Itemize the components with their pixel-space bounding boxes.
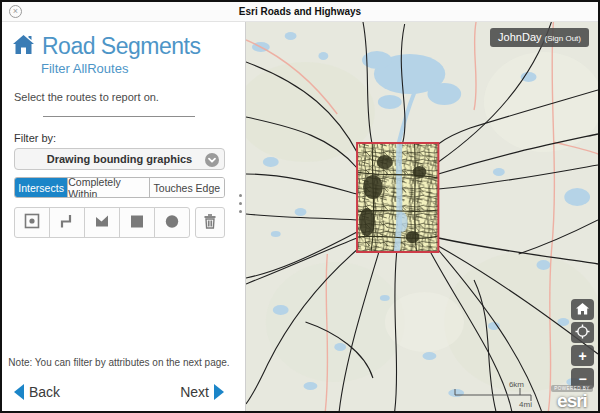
point-icon — [23, 212, 41, 234]
rectangle-icon — [128, 212, 146, 234]
next-arrow-icon — [214, 384, 224, 400]
title-bar: × Esri Roads and Highways — [2, 2, 598, 22]
filter-panel: Road Segments Filter AllRoutes Select th… — [2, 22, 236, 411]
zoom-in-button[interactable]: + — [571, 345, 594, 366]
sign-out-label: (Sign Out) — [545, 34, 581, 43]
draw-point-button[interactable] — [14, 207, 50, 238]
chevron-down-icon — [205, 153, 219, 167]
home-extent-button[interactable] — [571, 299, 594, 320]
wizard-footer: Back Next — [14, 384, 224, 400]
draw-polyline-button[interactable] — [49, 207, 85, 238]
polygon-icon — [93, 212, 111, 234]
tab-completely-within[interactable]: Completely Within — [67, 178, 149, 197]
next-button[interactable]: Next — [180, 384, 224, 400]
map-controls: + − — [571, 299, 594, 389]
back-arrow-icon — [14, 384, 24, 400]
locate-icon — [575, 324, 590, 341]
note-text: Note: You can filter by attributes on th… — [2, 357, 236, 368]
panel-gutter — [236, 22, 245, 411]
close-icon[interactable]: × — [9, 5, 22, 18]
draw-circle-button[interactable] — [154, 207, 190, 238]
draw-toolbar — [14, 207, 225, 238]
circle-icon — [163, 212, 181, 234]
polyline-icon — [58, 212, 76, 234]
locate-button[interactable] — [571, 322, 594, 343]
page-title: Road Segments — [42, 33, 200, 60]
draw-polygon-button[interactable] — [84, 207, 120, 238]
map-canvas[interactable]: JohnDay (Sign Out) — [245, 22, 598, 411]
filter-by-label: Filter by: — [14, 132, 236, 144]
tab-intersects[interactable]: Intersects — [15, 178, 67, 197]
clear-graphics-button[interactable] — [195, 207, 225, 238]
user-name: JohnDay — [498, 31, 541, 43]
zoom-out-button[interactable]: − — [571, 368, 594, 389]
window-title: Esri Roads and Highways — [239, 6, 361, 17]
divider — [43, 116, 195, 117]
trash-icon — [201, 212, 219, 234]
back-button[interactable]: Back — [14, 384, 60, 400]
back-label: Back — [29, 384, 60, 400]
tab-touches-edge[interactable]: Touches Edge — [149, 178, 224, 197]
instruction-text: Select the routes to report on. — [14, 91, 236, 103]
spatial-filter-tabs: Intersects Completely Within Touches Edg… — [14, 177, 225, 198]
app-window: × Esri Roads and Highways Road Segments … — [0, 0, 600, 413]
home-icon — [12, 34, 35, 59]
basemap — [246, 22, 598, 411]
home-icon-white — [576, 303, 589, 317]
page-subtitle: Filter AllRoutes — [41, 61, 236, 76]
filter-method-dropdown[interactable]: Drawing bounding graphics — [14, 148, 225, 170]
user-sign-out-button[interactable]: JohnDay (Sign Out) — [490, 28, 589, 47]
draw-rectangle-button[interactable] — [119, 207, 155, 238]
dropdown-selected-value: Drawing bounding graphics — [47, 153, 192, 165]
next-label: Next — [180, 384, 209, 400]
panel-resize-handle[interactable] — [239, 194, 242, 213]
